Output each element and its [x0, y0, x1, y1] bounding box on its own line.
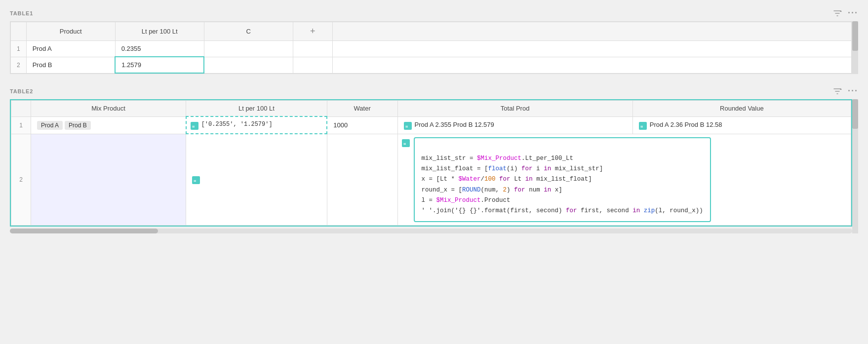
table-row: 2 Prod B 1.2579 [11, 57, 852, 73]
table2-row1-num: 1 [11, 116, 31, 134]
table1-header-plus[interactable]: + [293, 22, 332, 41]
table2-row2-mixprod[interactable] [31, 134, 186, 226]
table1-row1-c[interactable] [204, 41, 293, 57]
table1-header-empty [332, 22, 851, 41]
table2-row2-lt100[interactable]: = [186, 134, 327, 226]
table1-row1-lt100[interactable]: 0.2355 [115, 41, 204, 57]
horizontal-scrollbar[interactable] [10, 229, 852, 233]
table2-row2-num: 2 [11, 134, 31, 226]
table1-header-c: C [204, 22, 293, 41]
table1-section-label: TABLE1 ··· [10, 8, 858, 18]
formula-icon-popup: = [402, 139, 410, 147]
table1-row1-product[interactable]: Prod A [26, 41, 115, 57]
formula-icon-lt100: = [191, 122, 198, 130]
table-row: 2 = [11, 134, 851, 226]
table2-row1-totalprod[interactable]: = Prod A 2.355 Prod B 12.579 [397, 116, 632, 134]
table1-row2-c[interactable] [204, 57, 293, 73]
table1-header-rownum [11, 22, 27, 41]
formula-icon-rounded: = [639, 122, 647, 130]
table1-title: TABLE1 [10, 10, 33, 16]
svg-text:=: = [192, 124, 195, 128]
tag-prod-b: Prod B [65, 121, 91, 130]
table-row: 1 Prod A 0.2355 [11, 41, 852, 57]
svg-text:=: = [640, 124, 643, 128]
table1-row2-product[interactable]: Prod B [26, 57, 115, 73]
table-row: 1 Prod A Prod B = [11, 116, 851, 134]
table1-filter-icon[interactable] [833, 9, 842, 18]
table2-header-lt100: Lt per 100 Lt [186, 101, 327, 117]
table1-header-product: Product [26, 22, 115, 41]
table2: Mix Product Lt per 100 Lt Water Total Pr… [11, 100, 851, 226]
formula-cell-row2-lt100: = [192, 175, 321, 184]
formula-icon-totalprod: = [404, 122, 412, 130]
table2-row1-rounded[interactable]: = Prod A 2.36 Prod B 12.58 [632, 116, 851, 134]
table1-vscroll[interactable] [852, 21, 858, 74]
table1-row2-empty [332, 57, 851, 73]
formula-popup-container: = mix_list_str = $Mix_Product.Lt_per_100… [402, 137, 847, 223]
table2-row1-mixprod[interactable]: Prod A Prod B [31, 116, 186, 134]
table2-container: Mix Product Lt per 100 Lt Water Total Pr… [10, 99, 858, 233]
table1-row1-num: 1 [11, 41, 27, 57]
svg-text:=: = [194, 178, 197, 183]
formula-popup[interactable]: mix_list_str = $Mix_Product.Lt_per_100_L… [414, 137, 711, 223]
table1-row2-lt100[interactable]: 1.2579 [115, 57, 204, 73]
formula-cell-totalprod: = Prod A 2.355 Prod B 12.579 [404, 121, 627, 130]
table2-title: TABLE2 [10, 88, 33, 94]
table2-more-icon[interactable]: ··· [848, 86, 858, 96]
table1-vscroll-thumb[interactable] [852, 21, 858, 51]
table2-header-water: Water [327, 101, 397, 117]
table1-row2-num: 2 [11, 57, 27, 73]
tag-prod-a: Prod A [37, 121, 63, 130]
table1-container: Product Lt per 100 Lt C + 1 Prod A 0.235… [10, 21, 858, 74]
formula-cell-rounded: = Prod A 2.36 Prod B 12.58 [639, 121, 845, 130]
tag-chips-container: Prod A Prod B [37, 121, 180, 130]
formula-icon-row2: = [192, 176, 200, 184]
table2-row2-formula-popup-cell: = mix_list_str = $Mix_Product.Lt_per_100… [397, 134, 851, 226]
svg-text:=: = [403, 141, 406, 146]
rounded-value: Prod A 2.36 Prod B 12.58 [650, 121, 722, 128]
table2-header-totalprod: Total Prod [397, 101, 632, 117]
table1-row2-plus [293, 57, 332, 73]
table1-more-icon[interactable]: ··· [848, 8, 858, 18]
svg-text:=: = [405, 124, 408, 128]
totalprod-value: Prod A 2.355 Prod B 12.579 [415, 121, 494, 128]
table2-vscroll[interactable] [852, 99, 858, 233]
table2-header-rownum [11, 101, 31, 117]
lt100-value: ['0.2355', '1.2579'] [201, 121, 273, 128]
formula-cell-lt100: = ['0.2355', '1.2579'] [191, 121, 323, 130]
table2-header-rounded: Rounded Value [632, 101, 851, 117]
table2-header-mixprod: Mix Product [31, 101, 186, 117]
table1-row1-empty [332, 41, 851, 57]
table2-section-label: TABLE2 ··· [10, 86, 858, 96]
table2-filter-icon[interactable] [833, 87, 842, 96]
table2-vscroll-thumb[interactable] [852, 99, 858, 129]
table1-row1-plus [293, 41, 332, 57]
table1-header-lt100: Lt per 100 Lt [115, 22, 204, 41]
table2-row2-water[interactable] [327, 134, 397, 226]
table1: Product Lt per 100 Lt C + 1 Prod A 0.235… [10, 22, 852, 74]
horizontal-scrollbar-thumb[interactable] [10, 229, 158, 233]
table2-row1-lt100[interactable]: = ['0.2355', '1.2579'] [186, 116, 327, 134]
table2-row1-water[interactable]: 1000 [327, 116, 397, 134]
